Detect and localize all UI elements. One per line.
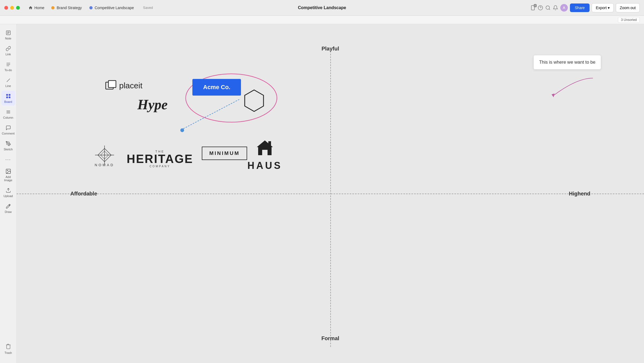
dashed-line-svg bbox=[178, 99, 239, 132]
minimize-button[interactable] bbox=[10, 6, 14, 10]
svg-point-4 bbox=[546, 6, 550, 9]
sidebar-item-link[interactable]: Link bbox=[1, 43, 15, 58]
tab-competitive-landscape[interactable]: Competitive Landscape bbox=[86, 4, 138, 12]
more-icon: ··· bbox=[5, 156, 12, 163]
svg-rect-13 bbox=[9, 94, 10, 96]
export-button[interactable]: Export ▾ bbox=[592, 3, 613, 12]
home-tab[interactable]: Home bbox=[25, 4, 47, 12]
sidebar-line-label: Line bbox=[5, 84, 11, 88]
tab-brand-strategy[interactable]: Brand Strategy bbox=[47, 4, 85, 12]
svg-rect-27 bbox=[108, 81, 116, 88]
sidebar-trash-label: Trash bbox=[5, 351, 12, 354]
close-button[interactable] bbox=[4, 6, 8, 10]
placeit-icon bbox=[105, 80, 116, 91]
main-layout: Note Link To-do Line Board bbox=[0, 24, 644, 363]
sidebar-item-column[interactable]: Column bbox=[1, 107, 15, 121]
line-icon bbox=[5, 77, 12, 84]
acme-box[interactable]: Acme Co. bbox=[192, 79, 241, 96]
todo-icon bbox=[5, 61, 12, 68]
sidebar-column-label: Column bbox=[3, 116, 13, 119]
sidebar-trash[interactable]: Trash bbox=[1, 341, 15, 357]
nomad-diamond-icon bbox=[94, 145, 115, 165]
device-badge: 0 bbox=[534, 4, 537, 7]
label-formal: Formal bbox=[321, 335, 339, 342]
tab-competitive-landscape-label: Competitive Landscape bbox=[95, 6, 134, 10]
sidebar-item-sketch[interactable]: Sketch bbox=[1, 138, 15, 153]
traffic-lights bbox=[4, 6, 20, 10]
label-highend: Highend bbox=[569, 191, 590, 197]
sidebar-item-upload[interactable]: Upload bbox=[1, 185, 15, 200]
minimum-text: MINIMUM bbox=[209, 150, 240, 156]
brand-hype: Hype bbox=[137, 97, 168, 112]
search-icon[interactable] bbox=[545, 5, 551, 10]
minimum-box: MINIMUM bbox=[202, 147, 247, 160]
sketch-icon bbox=[5, 140, 12, 147]
svg-point-21 bbox=[7, 170, 8, 171]
heritage-main-text: HERITAGE bbox=[127, 153, 193, 165]
haus-icon bbox=[255, 139, 274, 158]
avatar[interactable]: A bbox=[560, 4, 568, 12]
sidebar-todo-label: To-do bbox=[5, 68, 12, 72]
sidebar-sketch-label: Sketch bbox=[4, 148, 13, 151]
notification-icon[interactable] bbox=[553, 5, 558, 10]
canvas[interactable]: Playful Formal Affordable Highend This i… bbox=[17, 24, 644, 363]
svg-point-19 bbox=[8, 143, 8, 144]
label-affordable: Affordable bbox=[70, 191, 97, 197]
svg-line-25 bbox=[183, 99, 239, 129]
svg-rect-34 bbox=[262, 150, 268, 155]
home-icon bbox=[28, 6, 33, 10]
brand-placeit: placeit bbox=[105, 80, 142, 91]
brand-minimum: MINIMUM bbox=[202, 147, 247, 160]
sidebar-item-board[interactable]: Board bbox=[1, 91, 15, 106]
sidebar-item-draw[interactable]: Draw bbox=[1, 201, 15, 216]
nomad-text: NOMAD bbox=[95, 163, 114, 167]
center-dot bbox=[180, 128, 184, 132]
sidebar-draw-label: Draw bbox=[5, 210, 12, 213]
label-playful: Playful bbox=[321, 46, 339, 52]
svg-rect-35 bbox=[268, 141, 271, 146]
column-icon bbox=[5, 109, 12, 115]
comment-icon bbox=[5, 125, 12, 131]
acme-label: Acme Co. bbox=[203, 84, 230, 90]
brand-haus: HAUS bbox=[247, 139, 282, 171]
sidebar-item-more[interactable]: ··· bbox=[1, 154, 15, 165]
sidebar-note-label: Note bbox=[5, 37, 11, 40]
device-icon[interactable]: 0 bbox=[530, 5, 536, 10]
tab-dot-orange bbox=[51, 6, 54, 9]
svg-point-2 bbox=[538, 5, 543, 10]
sidebar-item-todo[interactable]: To-do bbox=[1, 59, 15, 74]
brand-nomad: NOMAD bbox=[94, 145, 115, 167]
link-icon bbox=[5, 45, 12, 52]
chevron-down-icon: ▾ bbox=[608, 6, 610, 10]
trash-icon bbox=[5, 343, 11, 350]
sidebar: Note Link To-do Line Board bbox=[0, 24, 17, 363]
sidebar-addimage-label: Add Image bbox=[3, 175, 14, 182]
home-label: Home bbox=[34, 6, 44, 10]
tab-brand-strategy-label: Brand Strategy bbox=[57, 6, 82, 10]
page-title: Competitive Landscape bbox=[298, 5, 346, 10]
share-button[interactable]: Share bbox=[570, 3, 590, 12]
sidebar-item-comment[interactable]: Comment bbox=[1, 122, 15, 137]
arrow-svg bbox=[535, 67, 594, 101]
axis-vertical bbox=[330, 51, 331, 347]
titlebar: Home Brand Strategy Competitive Landscap… bbox=[0, 0, 644, 16]
tooltip-text: This is where we want to be bbox=[539, 60, 595, 65]
sidebar-upload-label: Upload bbox=[3, 194, 13, 198]
sidebar-item-note[interactable]: Note bbox=[1, 27, 15, 42]
fullscreen-button[interactable] bbox=[16, 6, 20, 10]
upload-icon bbox=[5, 187, 12, 194]
sidebar-board-label: Board bbox=[4, 100, 12, 103]
addimage-icon bbox=[5, 168, 12, 175]
sidebar-comment-label: Comment bbox=[2, 132, 15, 135]
brand-heritage: THE HERITAGE COMPANY bbox=[127, 150, 193, 168]
saved-label: Saved bbox=[143, 6, 153, 10]
unsorted-badge[interactable]: 3 Unsorted bbox=[618, 17, 640, 23]
toolbar-right: 0 A Share Export ▾ Zoom out bbox=[530, 3, 640, 12]
sidebar-item-addimage[interactable]: Add Image bbox=[1, 166, 15, 184]
zoomout-button[interactable]: Zoom out bbox=[616, 3, 640, 12]
help-icon[interactable] bbox=[538, 5, 543, 10]
sidebar-item-line[interactable]: Line bbox=[1, 75, 15, 90]
draw-icon bbox=[5, 203, 12, 209]
svg-rect-14 bbox=[6, 97, 8, 98]
sidebar-link-label: Link bbox=[5, 53, 11, 56]
